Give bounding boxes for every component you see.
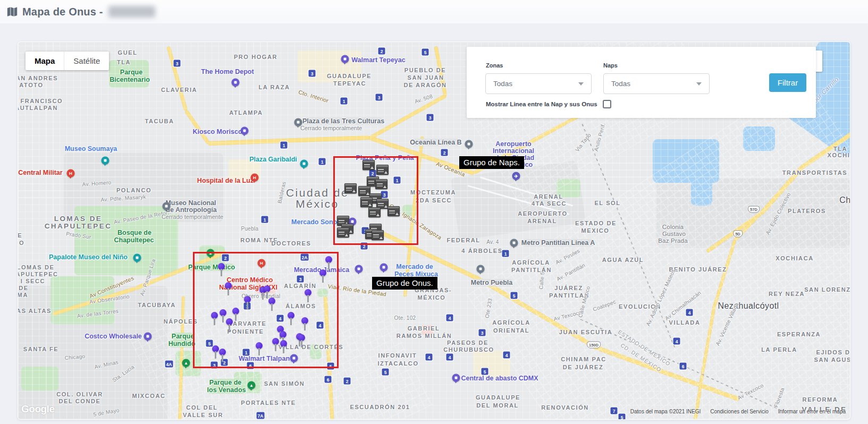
gray-pin[interactable]: [510, 239, 518, 247]
shop-pin[interactable]: [232, 79, 240, 87]
area-label: GUADALUPE: [327, 73, 372, 79]
area-label: PRO HOGAR: [234, 54, 277, 60]
poi-label: Hundido: [168, 340, 196, 347]
transit-badge: 6: [325, 376, 332, 383]
zonas-select[interactable]: Todas: [485, 73, 592, 94]
area-label: XOCHI: [828, 152, 850, 158]
tree-pin[interactable]: ▲: [248, 381, 256, 389]
street-label: Balderas: [276, 181, 286, 203]
area-label: GUADALUPE: [476, 394, 520, 401]
teal-pin[interactable]: [102, 157, 109, 165]
gray-pin[interactable]: [163, 202, 171, 210]
area-label: CUAUTLALPAN: [18, 105, 58, 111]
area-label: AGUA AZUL: [602, 257, 644, 263]
show-line-label: Mostrar Linea entre la Nap y sus Onus: [486, 101, 597, 107]
street-label: Cto. Interior: [298, 89, 330, 104]
gray-pin[interactable]: [477, 265, 485, 273]
map-type-control: Mapa Satélite: [26, 52, 109, 70]
google-logo[interactable]: Google: [21, 403, 54, 415]
poi-label: de Antropología: [166, 206, 216, 214]
street-label: Ote 233: [484, 298, 493, 318]
transit-badge: 2: [378, 48, 385, 55]
area-label: I SECC: [21, 278, 45, 284]
transit-badge: 4: [673, 338, 680, 345]
area-label: DE: [18, 232, 22, 239]
shop-pin[interactable]: [380, 264, 388, 272]
area-label: COL DEL: [186, 404, 217, 411]
area-label: CHURUBUSCO: [443, 346, 494, 353]
gray-pin[interactable]: [465, 140, 473, 148]
poi-label: Parque: [172, 333, 194, 340]
map-card: 57D5D150D PRO HOGARCLAVERIATACUBAATLAMPA…: [18, 41, 850, 420]
filter-panel: Zonas Todas Naps Todas Filtrar Mostrar L…: [467, 47, 816, 118]
red-pin[interactable]: H: [251, 174, 259, 182]
area-label: LA RAZA: [258, 84, 290, 90]
area-label: Ch: [839, 196, 850, 205]
shop-pin[interactable]: [452, 374, 460, 382]
transit-badge: 6: [680, 363, 687, 370]
red-pin[interactable]: H: [67, 169, 75, 177]
area-label: SAN AGUSTIN: [814, 357, 850, 363]
filtrar-button[interactable]: Filtrar: [769, 73, 806, 92]
map-data-attribution: Datos del mapa ©2021 INEGI: [630, 409, 701, 414]
water-shape: [743, 126, 775, 151]
poi-label: Cerrado temporalmente: [162, 214, 223, 220]
report-error-link[interactable]: Informar un error en el mapa: [778, 409, 846, 414]
gray-pin[interactable]: [294, 118, 302, 126]
transit-badge: 4: [686, 309, 693, 316]
area-label: DE JUÁREZ: [563, 364, 604, 370]
area-label: POLANCO: [116, 187, 151, 193]
shop-pin[interactable]: [341, 55, 349, 63]
onus-annotation-label: Grupo de Onus.: [372, 277, 437, 290]
area-label: AEROPUERTO: [518, 210, 567, 217]
area-label: CHAPULTEPEC: [18, 271, 58, 277]
transit-badge: 4: [446, 315, 453, 321]
naps-select-value: Todas: [611, 80, 630, 88]
street-label: Anillo Perif.: [593, 122, 606, 151]
chevron-down-icon: [578, 82, 584, 86]
area-label: SAN ANDRES: [18, 75, 58, 81]
terms-link[interactable]: Condiciones del Servicio: [710, 409, 769, 414]
plane-pin[interactable]: ✈: [512, 172, 520, 180]
map-canvas[interactable]: 57D5D150D PRO HOGARCLAVERIATACUBAATLAMPA…: [18, 42, 850, 419]
shop-pin[interactable]: [355, 265, 363, 273]
poi-label: Parque: [120, 69, 142, 76]
map-type-map-button[interactable]: Mapa: [26, 52, 64, 70]
area-label: JUAN ESCUTIA: [559, 329, 613, 335]
poi-label: Cerrado temporalmente: [300, 125, 362, 131]
teal-pin[interactable]: [300, 160, 308, 168]
poi-label: Papalote Museo del Niño: [49, 253, 128, 261]
area-label: DOCTORES: [272, 240, 311, 247]
area-label: DE ARAGÓN: [403, 82, 446, 88]
area-label: GABRIEL: [408, 325, 440, 332]
teal-pin[interactable]: [133, 254, 141, 262]
area-label: PASEOS DE: [447, 340, 488, 346]
area-label: AGRÍCOLA: [512, 259, 550, 266]
transit-badge: 4A: [165, 361, 173, 368]
chevron-down-icon: [696, 82, 702, 86]
area-label: REFORMA: [803, 396, 838, 403]
redacted-name: [108, 6, 155, 18]
shop-pin[interactable]: [144, 333, 152, 341]
area-label: MEXICO: [582, 227, 610, 234]
transit-badge: 5: [619, 414, 626, 420]
road-shield: 150D: [587, 342, 601, 349]
area-label: MIXCOAC: [132, 393, 165, 399]
area-label: MÉXICO: [418, 294, 446, 301]
tree-pin[interactable]: ▲: [182, 359, 190, 367]
shop-pin[interactable]: [241, 127, 249, 135]
road-shield: 57D: [748, 206, 760, 213]
street-label: Coatepec: [592, 299, 617, 312]
area-label: TLA: [117, 59, 131, 65]
area-label: Gustavo: [662, 231, 686, 237]
area-label: SANTA FE: [23, 346, 59, 352]
naps-select[interactable]: Todas: [603, 73, 710, 94]
area-label: CLAVERIA: [161, 87, 197, 93]
show-line-checkbox[interactable]: [603, 100, 611, 108]
area-label: LOMAS DE: [54, 215, 102, 223]
poi-label: Walmart Tepeyac: [351, 56, 405, 64]
map-type-satellite-button[interactable]: Satélite: [64, 52, 109, 70]
area-label: ARENAL: [527, 218, 557, 224]
attribution-bar: Datos del mapa ©2021 INEGI Condiciones d…: [630, 409, 846, 414]
transit-badge: 5: [511, 292, 518, 299]
